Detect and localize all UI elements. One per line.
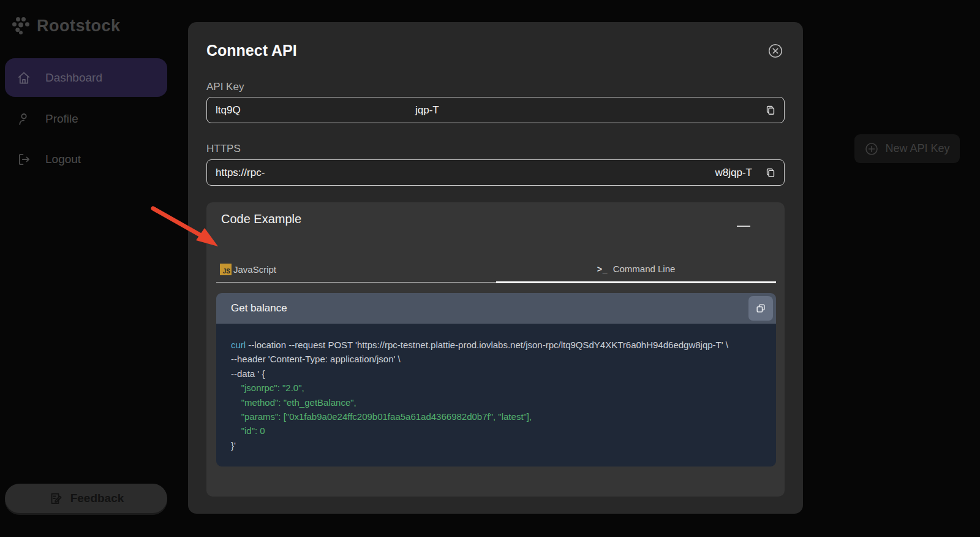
code-line: "id": 0	[231, 424, 761, 438]
code-line: --data ' {	[231, 367, 761, 381]
terminal-icon: >_	[597, 264, 608, 274]
sidebar-item-label: Profile	[45, 112, 78, 126]
plus-circle-icon	[864, 142, 879, 156]
javascript-icon: JS	[220, 264, 232, 275]
api-key-value-end: jqp-T	[415, 104, 439, 116]
tab-label: JavaScript	[233, 264, 276, 275]
brand: Rootstock	[10, 15, 121, 37]
code-line: }'	[231, 438, 761, 452]
copy-icon[interactable]	[764, 104, 777, 116]
connect-api-modal: Connect API API Key ltq9Q jqp-T HTTPS ht…	[188, 22, 803, 514]
https-input[interactable]: https://rpc- w8jqp-T	[206, 159, 785, 186]
tab-command-line[interactable]: >_ Command Line	[496, 256, 776, 283]
close-icon[interactable]	[767, 43, 783, 59]
code-line: "jsonrpc": "2.0",	[231, 381, 761, 395]
https-value-start: https://rpc-	[216, 167, 265, 179]
sidebar: Rootstock Dashboard Profile Logout Feedb	[0, 0, 175, 537]
feedback-button[interactable]: Feedback	[5, 484, 167, 513]
logout-icon	[16, 151, 32, 167]
new-api-key-button[interactable]: New API Key	[854, 134, 960, 163]
sidebar-item-dashboard[interactable]: Dashboard	[5, 58, 167, 97]
sidebar-item-logout[interactable]: Logout	[5, 145, 167, 174]
feedback-label: Feedback	[70, 492, 124, 505]
api-key-value-start: ltq9Q	[216, 104, 241, 116]
copy-code-button[interactable]	[748, 296, 773, 321]
user-icon	[16, 111, 32, 127]
code-line: "method": "eth_getBalance",	[231, 395, 761, 409]
brand-name: Rootstock	[37, 17, 121, 36]
home-icon	[16, 70, 32, 86]
sidebar-item-label: Dashboard	[45, 71, 102, 85]
tab-label: Command Line	[613, 264, 676, 274]
api-key-input[interactable]: ltq9Q jqp-T	[206, 97, 785, 123]
code-snippet-title: Get balance	[231, 302, 287, 314]
api-key-label: API Key	[206, 81, 244, 93]
code-line: --header 'Content-Type: application/json…	[231, 352, 761, 366]
https-label: HTTPS	[206, 143, 241, 155]
code-snippet-header: Get balance	[216, 293, 776, 324]
copy-icon[interactable]	[764, 167, 777, 179]
sidebar-item-profile[interactable]: Profile	[5, 104, 167, 134]
code-line: curl --location --request POST 'https://…	[231, 338, 761, 352]
code-line: "params": ["0x1fab9a0e24ffc209b01faa5a61…	[231, 409, 761, 424]
code-tabs: JS JavaScript >_ Command Line	[216, 256, 776, 283]
code-lines: curl --location --request POST 'https://…	[216, 324, 776, 467]
https-value-end: w8jqp-T	[715, 167, 752, 179]
code-example-title: Code Example	[221, 212, 301, 226]
collapse-icon[interactable]	[737, 217, 750, 227]
sidebar-item-label: Logout	[45, 153, 81, 166]
new-api-key-label: New API Key	[885, 142, 949, 155]
modal-title: Connect API	[206, 42, 297, 59]
rootstock-logo-icon	[10, 15, 32, 37]
code-example-panel: Code Example JS JavaScript >_ Command Li…	[206, 202, 785, 497]
code-snippet-card: Get balance curl --location --request PO…	[216, 293, 776, 467]
tab-javascript[interactable]: JS JavaScript	[216, 256, 496, 283]
feedback-note-icon	[48, 491, 63, 506]
